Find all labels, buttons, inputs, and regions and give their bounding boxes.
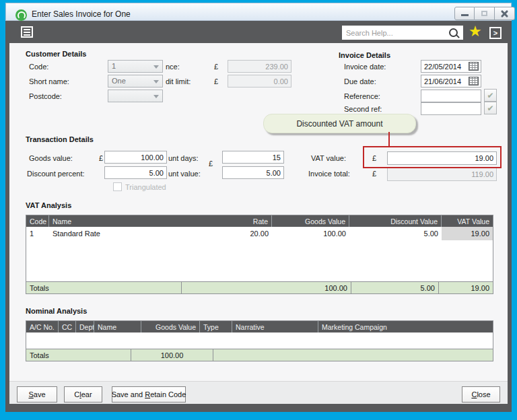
vat-totals-discount-value: 5.00 — [351, 282, 438, 293]
calendar-icon[interactable] — [469, 77, 479, 85]
vat-row-code[interactable]: 1 — [26, 227, 49, 240]
search-icon[interactable] — [449, 28, 458, 37]
second-ref-accept-button[interactable]: ✔ — [484, 102, 497, 114]
invoice-date-label: Invoice date: — [344, 63, 386, 71]
save-and-retain-code-button[interactable]: Save and Retain Code — [112, 386, 186, 403]
minimize-icon — [461, 14, 469, 16]
vat-table-header: Code Name Rate Goods Value Discount Valu… — [26, 215, 493, 227]
code-value: 1 — [112, 62, 116, 70]
short-name-value: One — [112, 77, 126, 85]
save-label-post: ave — [34, 390, 46, 398]
discount-value-label-fragment: unt value: — [168, 170, 201, 178]
nominal-table-empty-row[interactable] — [26, 332, 493, 349]
credit-limit-field — [228, 75, 291, 88]
short-name-label: Short name: — [29, 77, 69, 85]
vat-row-goods-value[interactable]: 100.00 — [272, 227, 349, 240]
vat-totals-vat-value: 19.00 — [438, 282, 493, 293]
triangulated-checkbox[interactable] — [113, 182, 122, 191]
nominal-col-type: Type — [199, 321, 232, 332]
vat-row-vat-value-selected-cell[interactable]: 19.00 — [442, 227, 493, 240]
expand-arrow-icon[interactable]: > — [489, 27, 502, 39]
calendar-icon[interactable] — [469, 62, 479, 71]
nominal-col-dept: Dept — [75, 321, 94, 332]
vat-col-code: Code — [26, 215, 49, 227]
close-window-button[interactable] — [495, 7, 515, 20]
window-title: Enter Sales Invoice for One — [32, 9, 131, 19]
save-retain-label-pre: Save and — [112, 390, 145, 398]
nominal-totals-row: Totals 100.00 — [26, 349, 493, 361]
favorite-star-icon[interactable]: ★ — [469, 24, 482, 40]
balance-label-fragment: nce: — [166, 63, 180, 71]
discount-days-input[interactable] — [222, 151, 284, 164]
vat-value-currency: £ — [372, 154, 376, 162]
reference-input[interactable] — [421, 90, 481, 102]
menu-icon[interactable] — [21, 26, 33, 38]
vat-col-goods-value: Goods Value — [272, 215, 349, 227]
discount-percent-input[interactable] — [104, 166, 167, 179]
vat-row-discount-value[interactable]: 5.00 — [349, 227, 442, 240]
callout-pointer-line — [388, 132, 390, 146]
nominal-totals-label: Totals — [26, 349, 131, 361]
goods-value-currency: £ — [99, 154, 103, 162]
triangulated-label: Triangulated — [125, 183, 166, 191]
code-dropdown[interactable]: 1 — [108, 60, 163, 73]
invoice-date-input[interactable] — [421, 63, 469, 71]
minimize-button[interactable] — [454, 7, 475, 20]
search-input[interactable] — [342, 26, 463, 40]
close-label-post: lose — [477, 390, 490, 398]
invoice-total-field — [387, 168, 497, 181]
discount-value-input[interactable] — [222, 166, 284, 179]
maximize-icon — [481, 11, 487, 16]
app-icon — [15, 9, 27, 21]
postcode-label: Postcode: — [29, 92, 62, 100]
vat-table-row[interactable]: 1 Standard Rate 20.00 100.00 5.00 19.00 — [26, 227, 493, 240]
discount-days-label-fragment: unt days: — [168, 154, 199, 162]
check-icon: ✔ — [487, 91, 493, 100]
close-button[interactable]: Close — [462, 386, 500, 403]
customer-details-heading: Customer Details — [26, 50, 86, 58]
clear-button[interactable]: Clear — [64, 386, 102, 403]
nominal-col-name: Name — [94, 321, 141, 332]
invoice-total-label: Invoice total: — [308, 170, 350, 178]
save-retain-label-post: etain Code — [150, 390, 186, 398]
second-ref-input[interactable] — [421, 102, 481, 115]
maximize-button[interactable] — [475, 7, 495, 20]
code-label: Code: — [29, 63, 48, 71]
close-label-mnemonic: C — [471, 390, 477, 398]
second-ref-label: Second ref: — [344, 105, 382, 113]
balance-currency: £ — [214, 63, 218, 71]
window-controls — [454, 7, 515, 20]
vat-col-discount-value: Discount Value — [349, 215, 442, 227]
check-icon: ✔ — [487, 104, 493, 113]
callout-bubble: Discounted VAT amount — [263, 114, 416, 133]
save-button[interactable]: Save — [17, 386, 57, 403]
credit-limit-currency: £ — [214, 77, 218, 85]
nominal-col-goods-value: Goods Value — [141, 321, 199, 332]
short-name-dropdown[interactable]: One — [108, 75, 163, 88]
invoice-date-field — [421, 60, 481, 73]
save-retain-label-mnemonic: R — [145, 390, 150, 398]
vat-analysis-table: Code Name Rate Goods Value Discount Valu… — [26, 215, 493, 294]
clear-label-post: ear — [81, 390, 92, 398]
vat-totals-goods-value: 100.00 — [181, 282, 351, 293]
vat-analysis-heading: VAT Analysis — [26, 201, 71, 209]
app-logo-glyph — [18, 11, 26, 20]
goods-value-input[interactable] — [104, 151, 167, 164]
save-label-mnemonic: S — [28, 390, 33, 398]
middle-currency: £ — [209, 160, 213, 168]
title-bar: Enter Sales Invoice for One — [5, 3, 512, 21]
invoice-total-currency: £ — [372, 170, 376, 178]
nominal-totals-empty — [213, 349, 493, 361]
vat-row-rate[interactable]: 20.00 — [236, 227, 272, 240]
vat-totals-row: Totals 100.00 5.00 19.00 — [26, 281, 493, 293]
postcode-dropdown[interactable] — [108, 90, 163, 102]
due-date-input[interactable] — [421, 77, 469, 85]
vat-row-name[interactable]: Standard Rate — [49, 227, 236, 240]
vat-value-input[interactable] — [387, 151, 497, 165]
vat-col-rate: Rate — [236, 215, 272, 227]
reference-accept-button[interactable]: ✔ — [484, 89, 497, 102]
help-search-box — [342, 26, 463, 40]
nominal-col-cc: CC — [58, 321, 75, 332]
nominal-analysis-heading: Nominal Analysis — [26, 307, 87, 315]
goods-value-label: Goods value: — [29, 154, 73, 162]
